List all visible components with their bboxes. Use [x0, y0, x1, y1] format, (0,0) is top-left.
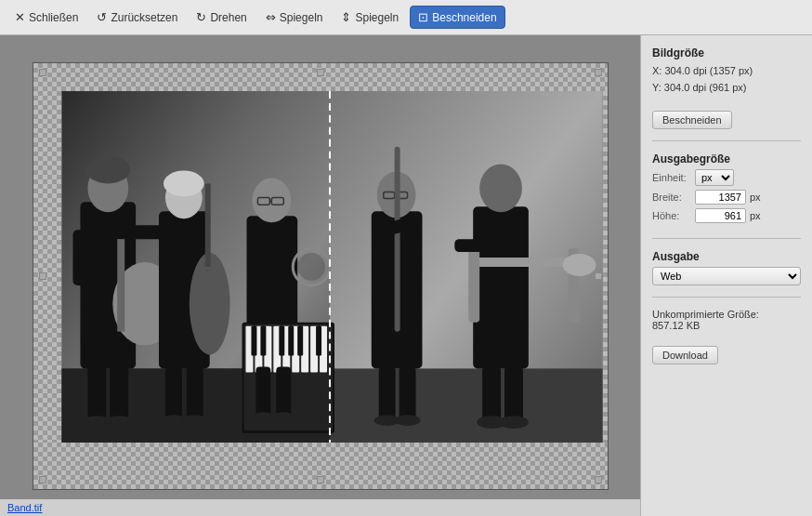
svg-point-18: [189, 253, 229, 354]
unit-select[interactable]: px cm mm: [695, 169, 734, 186]
output-title: Ausgabe: [652, 250, 801, 263]
checker-right: [603, 91, 608, 443]
output-size-title: Ausgabegröße: [652, 152, 801, 165]
beschneiden-button[interactable]: Beschneiden: [652, 111, 732, 129]
height-label: Höhe:: [652, 210, 691, 221]
svg-point-23: [181, 415, 207, 426]
crop-handle-rm[interactable]: [595, 272, 602, 280]
output-size-section: Ausgabegröße Einheit: px cm mm Breite: p…: [652, 152, 801, 227]
svg-rect-61: [473, 206, 529, 368]
checker-top: [33, 63, 608, 91]
svg-point-71: [499, 416, 529, 429]
close-icon: ✕: [15, 10, 25, 24]
svg-rect-64: [468, 248, 479, 323]
svg-point-17: [163, 170, 203, 196]
width-row: Breite: px: [652, 190, 801, 205]
svg-point-49: [271, 412, 295, 423]
unit-label: Einheit:: [652, 172, 691, 183]
svg-rect-47: [276, 366, 291, 417]
output-section: Ausgabe Web Print Screen: [652, 250, 801, 285]
svg-point-14: [104, 416, 134, 429]
mirror-v-button[interactable]: ⇕ Spiegeln: [334, 7, 406, 28]
svg-rect-40: [251, 325, 256, 355]
svg-rect-20: [164, 366, 181, 420]
svg-rect-63: [468, 258, 579, 267]
svg-rect-21: [186, 366, 203, 420]
output-select[interactable]: Web Print Screen: [652, 267, 801, 285]
image-size-section: Bildgröße X: 304.0 dpi (1357 px) Y: 304.…: [652, 46, 801, 96]
width-unit: px: [750, 192, 761, 203]
mirror-h-button[interactable]: ⇔ Spiegeln: [258, 7, 331, 28]
svg-point-60: [394, 415, 420, 426]
crop-handle-br[interactable]: [595, 476, 602, 483]
svg-rect-57: [378, 366, 395, 420]
filename-bar: Band.tif: [0, 499, 640, 516]
rotate-button[interactable]: ↻ Drehen: [189, 7, 254, 28]
svg-rect-11: [87, 364, 106, 419]
photo-svg: [61, 91, 603, 443]
svg-rect-68: [482, 366, 501, 422]
svg-point-62: [479, 164, 522, 212]
image-canvas[interactable]: [33, 62, 609, 490]
crop-handle-tr[interactable]: [595, 69, 602, 76]
unit-row: Einheit: px cm mm: [652, 169, 801, 186]
svg-rect-46: [255, 366, 270, 417]
crop-icon: ⊡: [418, 10, 428, 24]
height-unit: px: [750, 210, 761, 221]
reset-button[interactable]: ↺ Zurücksetzen: [89, 7, 185, 28]
height-input[interactable]: [695, 208, 746, 223]
crop-handle-lm[interactable]: [39, 272, 46, 280]
height-row: Höhe: px: [652, 208, 801, 223]
mirror-v-icon: ⇕: [341, 10, 351, 24]
crop-handle-bl[interactable]: [39, 476, 46, 483]
uncompressed-section: Unkomprimierte Größe: 857.12 KB: [652, 309, 801, 331]
rotate-icon: ↻: [196, 10, 206, 24]
svg-rect-69: [504, 366, 523, 422]
svg-point-73: [297, 253, 325, 281]
image-size-title: Bildgröße: [652, 46, 801, 60]
photo-display: [61, 91, 603, 443]
filename-text[interactable]: Band.tif: [7, 502, 42, 513]
svg-rect-44: [297, 325, 303, 355]
crop-handle-bm[interactable]: [317, 476, 324, 483]
main-area: Band.tif Bildgröße X: 304.0 dpi (1357 px…: [0, 35, 812, 516]
svg-point-6: [85, 155, 130, 183]
divider-1: [652, 140, 801, 141]
svg-rect-58: [399, 366, 415, 420]
svg-rect-12: [110, 364, 128, 419]
close-button[interactable]: ✕ Schließen: [7, 7, 85, 28]
width-label: Breite:: [652, 192, 691, 203]
svg-rect-9: [72, 230, 86, 285]
svg-point-66: [562, 254, 596, 276]
svg-rect-42: [279, 325, 284, 355]
divider-2: [652, 238, 801, 239]
svg-rect-8: [117, 239, 124, 331]
download-button[interactable]: Download: [652, 346, 718, 364]
reset-icon: ↺: [97, 10, 107, 24]
checker-left: [33, 91, 61, 443]
uncompressed-label: Unkomprimierte Größe:: [652, 309, 801, 320]
canvas-area[interactable]: Band.tif: [0, 35, 640, 516]
mirror-h-icon: ⇔: [266, 10, 276, 24]
svg-rect-19: [204, 183, 210, 267]
svg-rect-41: [260, 325, 266, 355]
divider-3: [652, 297, 801, 298]
crop-handle-tm[interactable]: [317, 69, 324, 76]
svg-rect-55: [394, 146, 399, 331]
x-info: X: 304.0 dpi (1357 px): [652, 63, 801, 80]
y-info: Y: 304.0 dpi (961 px): [652, 80, 801, 97]
svg-rect-67: [454, 239, 505, 252]
width-input[interactable]: [695, 190, 746, 205]
right-panel: Bildgröße X: 304.0 dpi (1357 px) Y: 304.…: [640, 35, 812, 516]
toolbar: ✕ Schließen ↺ Zurücksetzen ↻ Drehen ⇔ Sp…: [0, 0, 812, 35]
svg-rect-43: [288, 325, 294, 355]
uncompressed-value: 857.12 KB: [652, 320, 801, 331]
crop-handle-tl[interactable]: [39, 69, 46, 76]
svg-rect-45: [316, 325, 321, 355]
crop-button-toolbar[interactable]: ⊡ Beschneiden: [410, 6, 504, 29]
